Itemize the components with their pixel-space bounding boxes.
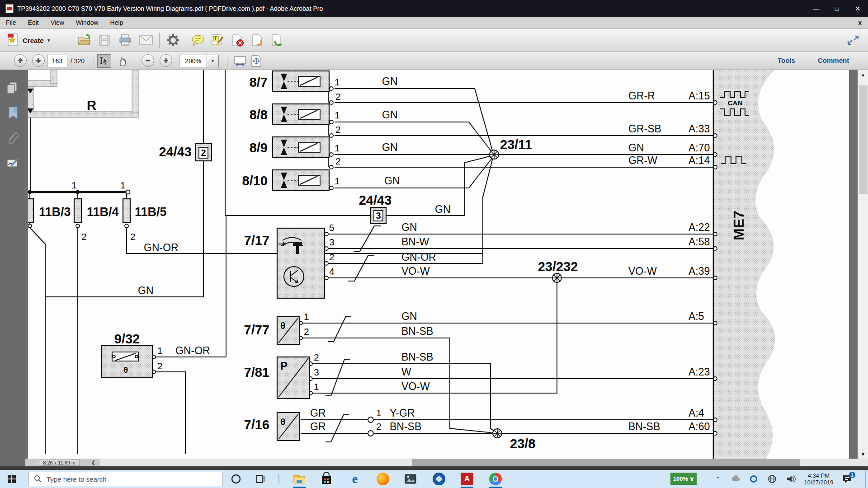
gear-icon[interactable] xyxy=(166,33,180,47)
create-button[interactable]: Create ▼ xyxy=(6,33,51,47)
chevron-down-icon: ▼ xyxy=(47,38,51,43)
select-tool-icon xyxy=(100,56,109,66)
page-number-input[interactable]: 163 xyxy=(47,55,67,67)
cortana-icon[interactable] xyxy=(229,472,243,486)
print-icon[interactable] xyxy=(118,33,132,47)
taskbar-search-input[interactable]: Type here to search xyxy=(28,472,222,486)
taskbar-separator xyxy=(278,474,279,484)
doc-export-icon[interactable] xyxy=(270,33,284,47)
svg-text:24/43: 24/43 xyxy=(159,145,192,159)
relay-r-label: R xyxy=(87,98,96,113)
previous-page-button[interactable] xyxy=(14,54,27,67)
photos-app-icon[interactable] xyxy=(403,472,418,486)
speaker-icon[interactable] xyxy=(785,474,796,484)
bookmarks-icon[interactable] xyxy=(6,106,19,120)
next-page-button[interactable] xyxy=(32,54,45,67)
microsoft-store-icon[interactable] xyxy=(319,472,334,486)
save-icon[interactable] xyxy=(98,33,111,47)
wires xyxy=(30,70,713,454)
svg-text:1: 1 xyxy=(71,180,77,190)
zoom-dropdown-button[interactable]: ▼ xyxy=(207,55,219,67)
fuse-11b3 xyxy=(28,199,33,222)
scroll-left-icon[interactable]: ❮ xyxy=(91,460,95,465)
svg-text:GN: GN xyxy=(382,141,398,153)
horizontal-scrollbar[interactable] xyxy=(100,459,868,466)
maximize-button[interactable]: □ xyxy=(826,0,847,17)
open-file-icon[interactable] xyxy=(77,33,91,47)
highlight-text-icon[interactable]: T xyxy=(211,33,225,47)
close-button[interactable]: ✕ xyxy=(847,0,868,17)
comment-bubble-icon[interactable] xyxy=(191,34,205,47)
tray-circle-icon[interactable] xyxy=(748,474,759,484)
attachments-icon[interactable] xyxy=(6,131,19,145)
hand-tool-button[interactable] xyxy=(115,54,129,68)
svg-text:1: 1 xyxy=(376,408,382,418)
menu-edit[interactable]: Edit xyxy=(22,17,45,29)
horizontal-scroll-thumb[interactable] xyxy=(412,459,800,466)
svg-text:2: 2 xyxy=(314,352,319,362)
firefox-icon[interactable] xyxy=(376,472,390,486)
menu-help[interactable]: Help xyxy=(104,17,129,29)
menu-file[interactable]: File xyxy=(0,17,22,29)
zoom-level-input[interactable]: 200% xyxy=(179,55,207,67)
select-tool-button[interactable] xyxy=(97,54,111,68)
svg-text:1: 1 xyxy=(335,176,340,186)
media-app-icon[interactable] xyxy=(432,472,446,486)
vertical-scroll-thumb[interactable] xyxy=(859,85,868,194)
svg-text:BN-SB: BN-SB xyxy=(628,421,660,432)
svg-text:2: 2 xyxy=(130,231,136,242)
email-icon[interactable] xyxy=(139,35,153,46)
task-view-icon[interactable] xyxy=(253,472,268,486)
component-7-17 xyxy=(277,228,325,298)
doc-delete-icon[interactable] xyxy=(231,33,245,47)
vertical-scrollbar[interactable]: ▲ ▼ xyxy=(858,70,868,459)
fit-width-icon[interactable] xyxy=(233,56,247,66)
scroll-down-icon[interactable]: ▼ xyxy=(858,450,868,459)
onedrive-cloud-icon[interactable] xyxy=(731,474,742,484)
svg-text:BN-W: BN-W xyxy=(401,236,429,248)
menu-view[interactable]: View xyxy=(45,17,70,29)
tools-button[interactable]: Tools xyxy=(778,56,795,64)
svg-text:1: 1 xyxy=(335,143,340,153)
document-close-icon[interactable]: x xyxy=(858,19,868,26)
svg-text:11B/3: 11B/3 xyxy=(39,205,71,219)
battery-indicator[interactable]: 100% xyxy=(670,473,697,485)
fit-page-icon[interactable] xyxy=(250,55,263,67)
zoom-in-button[interactable] xyxy=(160,54,172,67)
svg-text:BN-SB: BN-SB xyxy=(401,351,433,363)
component-8-8 xyxy=(273,104,329,125)
pdf-page[interactable]: CAN ME7 R xyxy=(28,70,849,459)
network-icon[interactable] xyxy=(767,474,778,484)
show-desktop-button[interactable] xyxy=(865,470,866,488)
signature-icon[interactable] xyxy=(6,156,19,169)
scroll-up-icon[interactable]: ▲ xyxy=(858,70,868,79)
arrow-down-icon xyxy=(35,57,42,64)
svg-text:GN-OR: GN-OR xyxy=(401,251,436,263)
svg-text:3: 3 xyxy=(376,211,381,221)
splice-23-11 xyxy=(490,150,499,159)
minimize-button[interactable]: — xyxy=(806,0,826,17)
svg-text:2: 2 xyxy=(81,231,87,242)
acrobat-icon[interactable]: A xyxy=(460,472,474,486)
svg-text:23/8: 23/8 xyxy=(510,436,535,451)
svg-text:GR-SB: GR-SB xyxy=(628,123,661,135)
svg-text:GN: GN xyxy=(628,142,644,154)
svg-text:GR: GR xyxy=(310,407,326,419)
windows-start-button[interactable] xyxy=(5,472,19,486)
comment-button[interactable]: Comment xyxy=(818,56,849,64)
svg-text:A:33: A:33 xyxy=(689,123,710,135)
file-explorer-icon[interactable] xyxy=(292,472,307,486)
zoom-out-button[interactable] xyxy=(142,54,154,67)
expand-toolbar-icon[interactable] xyxy=(846,34,860,46)
doc-extract-icon[interactable] xyxy=(250,33,265,47)
clock[interactable]: 4:34 PM 10/27/2019 xyxy=(801,472,836,486)
hidden-icons-chevron[interactable]: ⌃ xyxy=(712,474,723,484)
action-center-icon[interactable]: 1 xyxy=(842,474,854,484)
svg-text:GR: GR xyxy=(310,421,326,432)
page-thumbnails-icon[interactable] xyxy=(6,81,19,95)
svg-text:A:23: A:23 xyxy=(689,366,710,378)
minus-icon xyxy=(145,57,151,64)
edge-icon[interactable]: e xyxy=(348,472,362,486)
menu-window[interactable]: Window xyxy=(70,17,104,29)
chrome-icon[interactable] xyxy=(488,472,503,486)
